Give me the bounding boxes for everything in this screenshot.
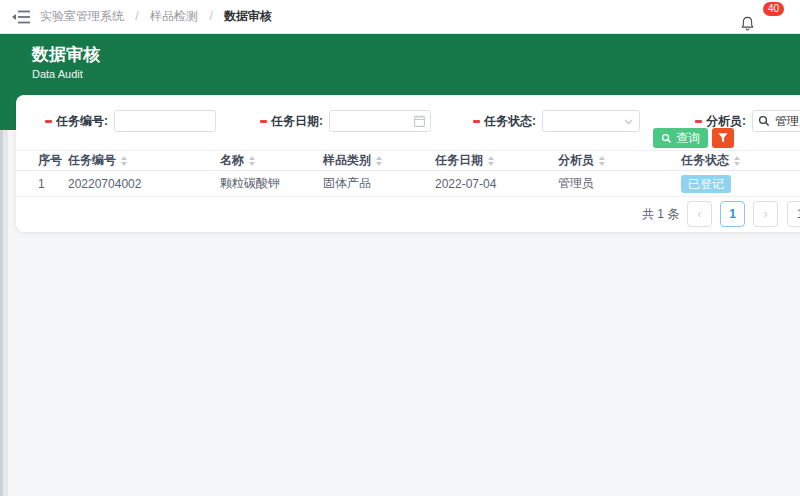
- data-audit-page: 实验室管理系统 / 样品检测 / 数据审核 40 数据审核 Data Audit…: [0, 0, 800, 496]
- search-icon: [661, 133, 672, 144]
- query-button[interactable]: 查询: [653, 128, 708, 148]
- col-sample-type[interactable]: 样品类别: [323, 152, 435, 169]
- task-status-select[interactable]: [542, 110, 640, 132]
- breadcrumb-item-data-audit: 数据审核: [224, 9, 272, 23]
- page-subtitle: Data Audit: [32, 68, 83, 80]
- breadcrumb-item-system[interactable]: 实验室管理系统: [40, 9, 124, 23]
- col-index-label: 序号: [38, 152, 62, 169]
- pagination-page-size-select[interactable]: 10: [787, 201, 800, 227]
- top-bar: 实验室管理系统 / 样品检测 / 数据审核 40: [0, 0, 800, 34]
- breadcrumb-separator: /: [209, 9, 212, 23]
- task-date-input[interactable]: [329, 110, 431, 132]
- filter-task-no-label: 任务编号:: [56, 113, 108, 130]
- col-analyst-label: 分析员: [558, 152, 594, 169]
- pagination-total: 共 1 条: [642, 201, 679, 227]
- breadcrumb-separator: /: [135, 9, 138, 23]
- filter-task-date: 任务日期:: [260, 110, 431, 132]
- breadcrumb: 实验室管理系统 / 样品检测 / 数据审核: [40, 0, 272, 33]
- col-index: 序号: [38, 152, 68, 169]
- col-task-no[interactable]: 任务编号: [68, 152, 220, 169]
- sort-carets-icon[interactable]: [121, 156, 127, 166]
- filter-analyst-label: 分析员:: [706, 113, 746, 130]
- cell-name: 颗粒碳酸钾: [220, 175, 323, 192]
- cell-index: 1: [38, 177, 68, 191]
- page-title: 数据审核: [32, 43, 100, 66]
- cell-task-status: 已登记: [681, 175, 800, 193]
- col-name[interactable]: 名称: [220, 152, 323, 169]
- notification-count-badge: 40: [763, 2, 784, 16]
- sort-carets-icon[interactable]: [734, 156, 740, 166]
- required-mark: [473, 120, 480, 123]
- table-header-row: 序号 任务编号 名称 样品类别 任务日期: [16, 150, 800, 171]
- breadcrumb-item-sample-testing[interactable]: 样品检测: [150, 9, 198, 23]
- col-task-status[interactable]: 任务状态: [681, 152, 800, 169]
- data-audit-card: 任务编号: 任务日期: 任务状态:: [16, 95, 800, 232]
- col-sample-type-label: 样品类别: [323, 152, 371, 169]
- notification-bell-button[interactable]: 40: [740, 8, 770, 32]
- cell-task-no: 20220704002: [68, 177, 220, 191]
- filter-task-status: 任务状态:: [473, 110, 640, 132]
- chevron-down-icon: [624, 119, 633, 125]
- sort-carets-icon[interactable]: [249, 156, 255, 166]
- bell-icon: [740, 15, 755, 32]
- col-task-date-label: 任务日期: [435, 152, 483, 169]
- funnel-icon: [718, 133, 728, 143]
- pagination-prev-button[interactable]: ‹: [687, 201, 712, 227]
- pagination-next-button[interactable]: ›: [753, 201, 778, 227]
- analyst-search-field[interactable]: [752, 110, 800, 132]
- menu-fold-icon[interactable]: [12, 10, 30, 24]
- pagination: 共 1 条 ‹ 1 › 10: [16, 201, 800, 227]
- filter-button[interactable]: [712, 128, 734, 148]
- filter-task-date-label: 任务日期:: [271, 113, 323, 130]
- col-task-no-label: 任务编号: [68, 152, 116, 169]
- required-mark: [45, 120, 52, 123]
- col-name-label: 名称: [220, 152, 244, 169]
- analyst-input[interactable]: [775, 114, 800, 128]
- cell-sample-type: 固体产品: [323, 175, 435, 192]
- col-task-status-label: 任务状态: [681, 152, 729, 169]
- table-row[interactable]: 1 20220704002 颗粒碳酸钾 固体产品 2022-07-04 管理员 …: [16, 171, 800, 197]
- pagination-page-1[interactable]: 1: [720, 201, 745, 227]
- status-badge: 已登记: [681, 175, 731, 193]
- query-button-label: 查询: [676, 130, 700, 147]
- filter-task-no: 任务编号:: [45, 110, 216, 132]
- cell-task-date: 2022-07-04: [435, 177, 558, 191]
- sort-carets-icon[interactable]: [488, 156, 494, 166]
- actions-row: 查询: [653, 128, 734, 148]
- required-mark: [260, 120, 267, 123]
- left-edge-strip-light: [3, 130, 8, 496]
- col-task-date[interactable]: 任务日期: [435, 152, 558, 169]
- sort-carets-icon[interactable]: [376, 156, 382, 166]
- filter-task-status-label: 任务状态:: [484, 113, 536, 130]
- search-icon: [758, 115, 770, 127]
- required-mark: [695, 120, 702, 123]
- sort-carets-icon[interactable]: [599, 156, 605, 166]
- task-no-input[interactable]: [114, 110, 216, 132]
- col-analyst[interactable]: 分析员: [558, 152, 681, 169]
- results-table: 序号 任务编号 名称 样品类别 任务日期: [16, 150, 800, 197]
- cell-analyst: 管理员: [558, 175, 681, 192]
